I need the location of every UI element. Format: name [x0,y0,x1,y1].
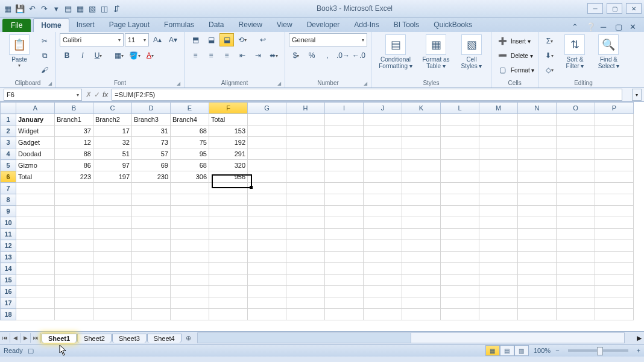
cell-O1[interactable] [557,114,595,125]
cell-D10[interactable] [132,217,171,229]
cell-D3[interactable]: 73 [132,137,171,148]
cell-E9[interactable] [171,206,209,217]
cell-H10[interactable] [286,217,325,229]
cell-N3[interactable] [518,137,557,148]
cell-I1[interactable] [325,114,364,125]
row-header-9[interactable]: 9 [1,206,16,217]
row-header-13[interactable]: 13 [1,252,16,263]
cell-K15[interactable] [402,275,441,286]
cell-M9[interactable] [479,206,518,217]
cell-N1[interactable] [518,114,557,125]
find-select-button[interactable]: 🔍Find & Select ▾ [593,33,624,71]
cell-D17[interactable] [132,297,171,309]
cell-G5[interactable] [248,160,286,171]
cell-F16[interactable] [209,286,248,297]
cell-G3[interactable] [248,137,286,148]
cell-N5[interactable] [518,160,557,171]
format-as-table-button[interactable]: ▦Format as Table ▾ [418,33,453,71]
cell-E18[interactable] [171,309,209,320]
cell-L8[interactable] [441,194,479,206]
cell-N12[interactable] [518,240,557,252]
font-color-icon[interactable]: A▾ [143,49,157,62]
cell-O7[interactable] [557,183,595,194]
clipboard-launcher-icon[interactable]: ◢ [48,81,52,86]
cell-B2[interactable]: 37 [55,125,93,137]
cell-P7[interactable] [595,183,634,194]
cell-M18[interactable] [479,309,518,320]
increase-indent-icon[interactable]: ⇥ [251,49,265,62]
cell-F5[interactable]: 320 [209,160,248,171]
cell-I17[interactable] [325,297,364,309]
cell-P4[interactable] [595,148,634,160]
cell-G1[interactable] [248,114,286,125]
cell-A18[interactable] [16,309,55,320]
cell-A3[interactable]: Gadget [16,137,55,148]
cell-I2[interactable] [325,125,364,137]
cell-K16[interactable] [402,286,441,297]
cell-F10[interactable] [209,217,248,229]
cell-O17[interactable] [557,297,595,309]
column-header-A[interactable]: A [16,103,55,114]
cell-L6[interactable] [441,171,479,183]
comma-icon[interactable]: , [320,49,335,62]
cell-A6[interactable]: Total [16,171,55,183]
fill-color-icon[interactable]: 🪣▾ [127,49,142,62]
cell-D7[interactable] [132,183,171,194]
cell-G6[interactable] [248,171,286,183]
cell-M8[interactable] [479,194,518,206]
cell-A15[interactable] [16,275,55,286]
cell-G11[interactable] [248,229,286,240]
cell-styles-button[interactable]: ▧Cell Styles ▾ [456,33,487,71]
cell-C17[interactable] [93,297,132,309]
insert-cells-button[interactable]: Insert ▾ [511,38,531,45]
cell-O14[interactable] [557,263,595,275]
cell-O4[interactable] [557,148,595,160]
row-header-3[interactable]: 3 [1,137,16,148]
cell-O15[interactable] [557,275,595,286]
cell-H12[interactable] [286,240,325,252]
align-right-icon[interactable]: ≡ [219,49,234,62]
cell-N7[interactable] [518,183,557,194]
cell-D6[interactable]: 230 [132,171,171,183]
row-header-10[interactable]: 10 [1,217,16,229]
cell-B7[interactable] [55,183,93,194]
ribbon-tab-developer[interactable]: Developer [300,18,347,32]
cell-H13[interactable] [286,252,325,263]
cell-M14[interactable] [479,263,518,275]
cell-C18[interactable] [93,309,132,320]
cell-P11[interactable] [595,229,634,240]
cell-D11[interactable] [132,229,171,240]
cell-A13[interactable] [16,252,55,263]
cell-D1[interactable]: Branch3 [132,114,171,125]
ribbon-tab-data[interactable]: Data [201,18,231,32]
cell-M12[interactable] [479,240,518,252]
column-header-F[interactable]: F [209,103,248,114]
cell-L3[interactable] [441,137,479,148]
cell-P9[interactable] [595,206,634,217]
column-header-M[interactable]: M [479,103,518,114]
row-header-2[interactable]: 2 [1,125,16,137]
cell-J18[interactable] [364,309,402,320]
cell-D18[interactable] [132,309,171,320]
cell-F4[interactable]: 291 [209,148,248,160]
cell-L2[interactable] [441,125,479,137]
cell-G4[interactable] [248,148,286,160]
column-header-E[interactable]: E [171,103,209,114]
sheet-tab-sheet4[interactable]: Sheet4 [147,334,182,343]
cell-M16[interactable] [479,286,518,297]
cell-K17[interactable] [402,297,441,309]
cell-N6[interactable] [518,171,557,183]
qat-more-icon[interactable]: ▾ [51,3,62,14]
alignment-launcher-icon[interactable]: ◢ [277,81,281,86]
cell-L10[interactable] [441,217,479,229]
cell-K10[interactable] [402,217,441,229]
cell-C15[interactable] [93,275,132,286]
cell-N4[interactable] [518,148,557,160]
cell-H15[interactable] [286,275,325,286]
cell-O5[interactable] [557,160,595,171]
cell-P13[interactable] [595,252,634,263]
cell-J13[interactable] [364,252,402,263]
cell-L7[interactable] [441,183,479,194]
cell-E14[interactable] [171,263,209,275]
name-box[interactable]: F6▾ [4,89,82,101]
